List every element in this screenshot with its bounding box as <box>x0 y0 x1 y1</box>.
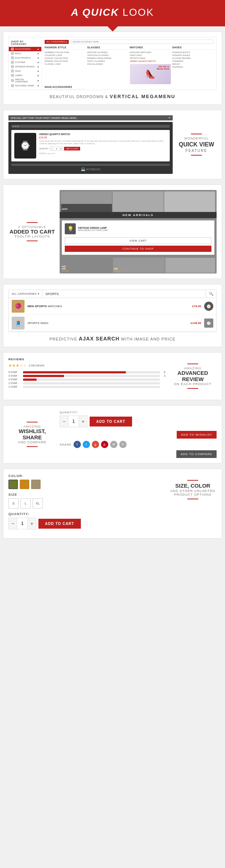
wishlist-qty-value: 1 <box>68 416 79 427</box>
quickview-modal: ⌚ UNISEX QUARTZ WATCH £19.99 Lorem ipsum… <box>11 130 170 161</box>
atc-accent-line <box>27 222 38 223</box>
wishlist-qty-plus[interactable]: + <box>79 416 87 427</box>
ajax-category-button[interactable]: ALL CATEGORIES ▾ <box>9 290 42 298</box>
wishlist-feature-text: AMAZING WISHLIST, SHARE AND COMPARE <box>8 420 56 449</box>
share-twitter-icon[interactable]: t <box>83 441 90 448</box>
ajax-result-2-icon: ⌚ <box>204 318 213 328</box>
review-count: 3 REVIEWS <box>29 364 45 367</box>
wishlist-qty-row: − 1 + ADD TO CART ♡ <box>60 416 217 427</box>
quickview-section: SPECIAL GIFT FOR YOUR FIRST ORDER! READ … <box>3 110 222 179</box>
accessories-icon <box>11 48 14 51</box>
review-wrapper: REVIEWS ★★★☆☆ 3 REVIEWS 5 STAR 8 4 STAR … <box>8 358 217 395</box>
sidebar-title: SHOP BY CATEGORY <box>9 40 41 47</box>
color-swatch-orange[interactable] <box>20 480 29 489</box>
ajax-search-submit[interactable]: 🔍 <box>206 290 216 298</box>
colorsize-qty-value: 1 <box>17 518 28 529</box>
share-googleplus-icon[interactable]: g <box>92 441 99 448</box>
ajax-result-2-name: SPORTS SNZG <box>27 321 188 325</box>
add-to-compare-button[interactable]: ADD TO COMPARE <box>176 450 217 458</box>
ajax-search-input[interactable] <box>42 290 206 298</box>
wishlist-qty-section: QUANTITY: − 1 + ADD TO CART ♡ <box>60 411 217 427</box>
share-refresh-icon[interactable]: ↻ <box>119 441 127 448</box>
sidebar-item-sofa[interactable]: SOFA ▶ <box>9 69 41 73</box>
all-categories-button[interactable]: ALL CATEGORIES ▾ <box>45 40 69 44</box>
atc-desc-label: TOOLTIP LAYOUTS <box>15 235 50 238</box>
feature-label: WONDERFUL <box>176 137 217 140</box>
sidebar-item-bags[interactable]: BAGS ▶ <box>9 51 41 56</box>
ajax-search-box: ALL CATEGORIES ▾ 🔍 🧶 MEN SPORTS WATCHES … <box>8 290 217 332</box>
atc-bottom-products: VINT $18. ★★★★★ $18. ★★★★★ <box>60 257 217 273</box>
colorsize-heart-icon[interactable]: ♡ <box>83 519 89 528</box>
atc-modal: 💡 VINTAGE GREEN LAMP WAS ADDED TO YOUR C… <box>62 220 214 255</box>
atc-product-row: 💡 VINTAGE GREEN LAMP WAS ADDED TO YOUR C… <box>65 223 211 234</box>
browser-dot-2 <box>15 126 16 127</box>
size-swatch-l[interactable]: L <box>20 498 31 508</box>
colorsize-feature-sub: AND OTHER UNLIMITED <box>169 489 217 493</box>
colorsize-qty-row: − 1 + ADD TO CART ♡ <box>8 518 165 529</box>
wishlist-qty-minus[interactable]: − <box>60 416 68 427</box>
sidebar-item-accessories[interactable]: ACCESSORIES ▶ <box>9 47 41 51</box>
add-to-wishlist-button[interactable]: ADD TO WISHLIST <box>177 431 217 439</box>
ajax-result-1: 🧶 MEN SPORTS WATCHES £79.00 ⌚ <box>9 298 216 315</box>
size-swatch-s[interactable]: S <box>8 498 19 508</box>
ajax-result-2: 🧵 SPORTS SNZG £149.90 ⌚ <box>9 315 216 332</box>
size-swatch-xl[interactable]: XL <box>33 498 43 508</box>
sidebar-item-clothes[interactable]: CLOTHES ▶ <box>9 60 41 64</box>
atc-preview: QUICK NEW ARRIVALS 💡 VINTAGE GREEN LAMP … <box>60 190 217 273</box>
share-email-icon[interactable]: ✉ <box>110 441 117 448</box>
sidebar-item-electronics[interactable]: ELECTRONICS ▶ <box>9 56 41 60</box>
notification-bar: SPECIAL GIFT FOR YOUR FIRST ORDER! READ … <box>8 115 173 120</box>
share-facebook-icon[interactable]: f <box>74 441 81 448</box>
wishlist-btn-wrapper: ADD TO WISHLIST <box>60 431 217 441</box>
qty-minus[interactable]: - <box>50 147 54 150</box>
review-bar-fill-5 <box>23 371 126 373</box>
colorsize-accent-line <box>187 480 198 481</box>
colorsize-wrapper: COLOR: SIZE S L XL QUANTITY: − 1 + <box>8 474 217 533</box>
review-section: REVIEWS ★★★☆☆ 3 REVIEWS 5 STAR 8 4 STAR … <box>3 352 222 400</box>
review-accent-line-2 <box>187 388 198 389</box>
feature-accent-line <box>191 134 202 134</box>
megamenu-col-watches: WATCHES ELEGANT WATCHES GENT DAGI SPORTS… <box>130 46 171 84</box>
share-pinterest-icon[interactable]: p <box>101 441 108 448</box>
review-feature-sub: ON EACH PRODUCT <box>169 382 217 386</box>
quickview-preview: SPECIAL GIFT FOR YOUR FIRST ORDER! READ … <box>8 115 173 174</box>
sidebar-item-featured[interactable]: FEATURED ITEMS ▶ <box>9 83 41 88</box>
sidebar-item-interior[interactable]: INTERIOR DESIGN ▶ <box>9 64 41 69</box>
atc-bg-item-1: QUICK <box>61 191 112 212</box>
ajax-result-1-image: 🧶 <box>12 300 25 313</box>
star-rating-display: ★★★☆☆ <box>8 363 27 368</box>
wishlist-add-to-cart-button[interactable]: ADD TO CART <box>90 417 132 426</box>
watch-image: ⌚ <box>14 133 36 159</box>
atc-accent-line-2 <box>27 241 38 241</box>
color-swatch-tan[interactable] <box>31 480 41 489</box>
added-to-cart-section: 2 OPTIONABLE ADDED TO CART TOOLTIP LAYOU… <box>3 185 222 279</box>
color-swatch-green[interactable] <box>8 480 18 489</box>
atc-wrapper: 2 OPTIONABLE ADDED TO CART TOOLTIP LAYOU… <box>8 190 217 273</box>
product-price: £19.99 <box>39 136 167 139</box>
wishlist-qty-control: − 1 + <box>60 416 87 427</box>
megamenu-sidebar: SHOP BY CATEGORY ACCESSORIES ▶ BAGS ▶ EL… <box>9 37 42 90</box>
review-bar-5star: 5 STAR 8 <box>8 371 165 373</box>
wishlist-heart-icon[interactable]: ♡ <box>134 417 140 425</box>
quickview-add-to-cart[interactable]: ADD TO CART <box>64 147 80 150</box>
qty-plus[interactable]: + <box>59 147 63 150</box>
sofa-icon <box>11 70 14 72</box>
atc-bg-item-2 <box>113 191 164 212</box>
wishlist-section: AMAZING WISHLIST, SHARE AND COMPARE QUAN… <box>3 405 222 463</box>
colorsize-qty-section: − 1 + ADD TO CART ♡ <box>8 518 165 529</box>
megamenu-dropdown: ALL CATEGORIES ▾ FASHION STYLE SUMMER CO… <box>42 37 216 90</box>
view-cart-button[interactable]: VIEW CART <box>65 237 211 244</box>
megamenu-col-shoes: SHOES FASHION BOOTS FASHION SHOES CLASSI… <box>172 46 213 84</box>
megamenu-caption: BEAUTIFUL DROPDOWN & VERTICAL MEGAMENU <box>8 94 217 99</box>
sidebar-item-lamps[interactable]: LAMPS ▶ <box>9 73 41 78</box>
continue-shopping-button[interactable]: CONTINUE TO SHOP <box>65 246 211 252</box>
megamenu-topbar: ALL CATEGORIES ▾ <box>45 40 213 44</box>
sidebar-item-christmas[interactable]: SPECIAL CHRISTMAS ▶ <box>9 78 41 83</box>
colorsize-add-to-cart-button[interactable]: ADD TO CART <box>38 519 81 529</box>
review-bar-fill-4 <box>23 375 64 377</box>
colorsize-qty-plus[interactable]: + <box>28 518 36 529</box>
colorsize-qty-minus[interactable]: − <box>9 518 17 529</box>
megamenu-search-input[interactable] <box>71 40 213 44</box>
atc-bottom-item-3 <box>165 258 215 273</box>
wishlist-main-label: WISHLIST, SHARE <box>8 428 56 440</box>
